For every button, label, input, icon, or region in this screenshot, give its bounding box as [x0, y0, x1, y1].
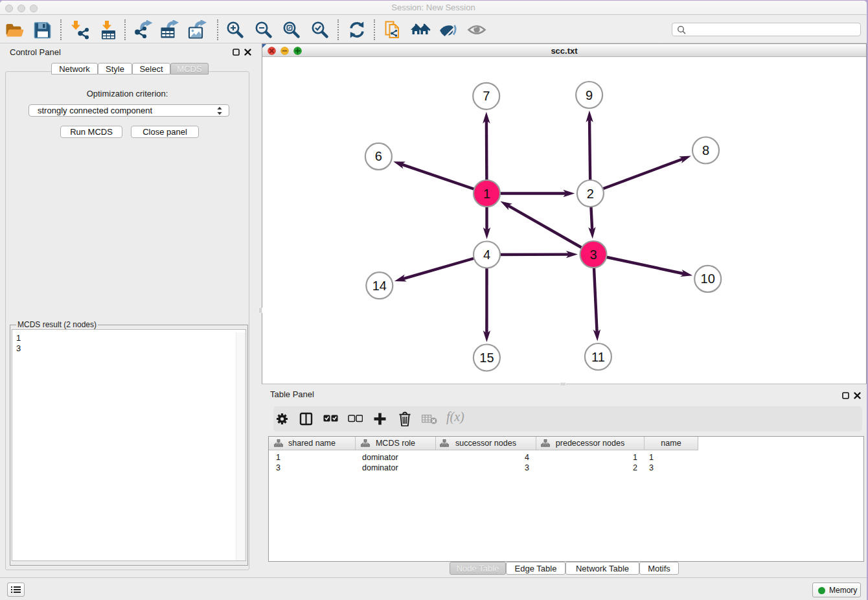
svg-text:4: 4: [483, 248, 490, 262]
svg-text:2: 2: [587, 187, 594, 201]
svg-text:11: 11: [591, 350, 605, 364]
svg-text:7: 7: [483, 89, 490, 103]
svg-text:3: 3: [589, 248, 597, 262]
svg-text:8: 8: [702, 143, 709, 157]
svg-text:15: 15: [479, 351, 494, 365]
svg-text:10: 10: [701, 271, 715, 286]
svg-text:9: 9: [586, 88, 593, 102]
svg-text:1: 1: [483, 187, 490, 201]
svg-text:14: 14: [372, 279, 387, 293]
svg-text:6: 6: [375, 149, 382, 163]
